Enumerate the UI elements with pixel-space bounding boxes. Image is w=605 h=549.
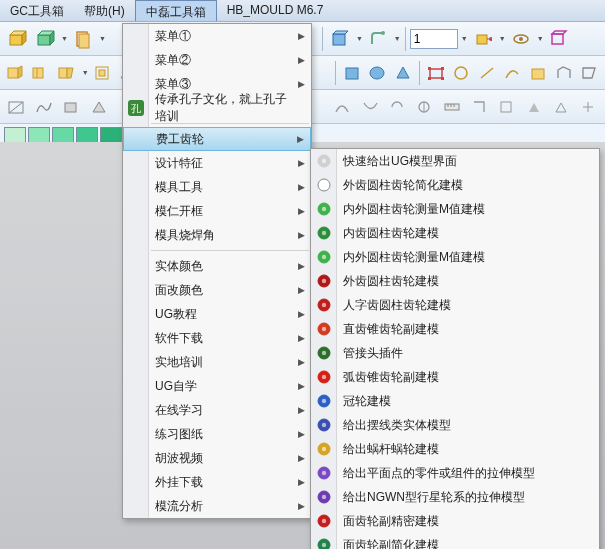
last-tool-icon[interactable] [576, 94, 601, 120]
blue-solid3-icon[interactable] [391, 60, 415, 86]
menu-item[interactable]: 费工齿轮▶ [123, 127, 311, 151]
menu-item[interactable]: 实地培训▶ [123, 350, 311, 374]
submenu-item[interactable]: 外齿圆柱齿轮简化建模 [311, 173, 599, 197]
gear-icon [315, 416, 333, 434]
outline1-icon[interactable] [552, 60, 576, 86]
menu-item[interactable]: 设计特征▶ [123, 151, 311, 175]
tri-small-icon[interactable] [521, 94, 546, 120]
blue-solid1-icon[interactable] [340, 60, 364, 86]
dropdown-arrow-icon[interactable]: ▼ [537, 35, 544, 42]
menu-item[interactable]: 外挂下载▶ [123, 470, 311, 494]
ruler-icon[interactable] [439, 94, 464, 120]
menu-item[interactable]: 孔传承孔子文化，就上孔子培训 [123, 96, 311, 120]
submenu-item[interactable]: 内齿圆柱齿轮建模 [311, 221, 599, 245]
menu-item[interactable]: 模具烧焊角▶ [123, 223, 311, 247]
menubar-item-help[interactable]: 帮助(H) [74, 0, 135, 21]
menubar-item-gc[interactable]: GC工具箱 [0, 0, 74, 21]
menu-item-label: 模具烧焊角 [155, 227, 215, 244]
submenu-item[interactable]: 面齿轮副精密建模 [311, 509, 599, 533]
gray2-icon[interactable] [494, 94, 519, 120]
submenu-arrow-icon: ▶ [298, 261, 305, 271]
prism1-icon[interactable] [4, 60, 28, 86]
dropdown-arrow-icon[interactable]: ▼ [356, 35, 363, 42]
dropdown-arrow-icon[interactable]: ▼ [499, 35, 506, 42]
submenu-item[interactable]: 给出NGWN型行星轮系的拉伸模型 [311, 485, 599, 509]
sketch4-icon[interactable] [86, 94, 111, 120]
submenu-item[interactable]: 给出蜗杆蜗轮建模 [311, 437, 599, 461]
extrude-icon[interactable] [70, 26, 96, 52]
submenu-item[interactable]: 直齿锥齿轮副建模 [311, 317, 599, 341]
magenta-box-icon[interactable] [546, 26, 572, 52]
svg-rect-31 [428, 67, 431, 70]
menu-item[interactable]: 实体颜色▶ [123, 254, 311, 278]
menu-item[interactable]: 胡波视频▶ [123, 446, 311, 470]
number-input[interactable] [410, 29, 458, 49]
submenu-item[interactable]: 人字齿圆柱齿轮建模 [311, 293, 599, 317]
submenu-item[interactable]: 内外圆柱齿轮测量M值建模 [311, 197, 599, 221]
curve-icon[interactable] [501, 60, 525, 86]
rotate-handle-icon[interactable] [365, 26, 391, 52]
cube-yellow-icon[interactable] [4, 26, 30, 52]
submenu-item[interactable]: 给出平面点的零件或组件的拉伸模型 [311, 461, 599, 485]
svg-marker-29 [397, 67, 409, 78]
arc2-icon[interactable] [357, 94, 382, 120]
menu-item[interactable]: 在线学习▶ [123, 398, 311, 422]
sketch3-icon[interactable] [59, 94, 84, 120]
gold-box-icon[interactable] [526, 60, 550, 86]
line-icon[interactable] [475, 60, 499, 86]
box-tool-icon[interactable] [327, 26, 353, 52]
dropdown-arrow-icon[interactable]: ▼ [99, 35, 106, 42]
outline2-icon[interactable] [577, 60, 601, 86]
submenu-arrow-icon: ▶ [298, 158, 305, 168]
menu-item[interactable]: 模流分析▶ [123, 494, 311, 518]
submenu-item[interactable]: 弧齿锥齿轮副建模 [311, 365, 599, 389]
submenu-item[interactable]: 内外圆柱齿轮测量M值建模 [311, 245, 599, 269]
cube-green-icon[interactable] [32, 26, 58, 52]
gray1-icon[interactable] [466, 94, 491, 120]
menubar-item-hbmould[interactable]: HB_MOULD M6.7 [217, 0, 334, 21]
dropdown-arrow-icon[interactable]: ▼ [394, 35, 401, 42]
submenu-item[interactable]: 外齿圆柱齿轮建模 [311, 269, 599, 293]
submenu-item[interactable]: 管接头插件 [311, 341, 599, 365]
submenu-item[interactable]: 面齿轮副简化建模 [311, 533, 599, 549]
menu-item[interactable]: 模具工具▶ [123, 175, 311, 199]
rect-handle-icon[interactable] [424, 60, 448, 86]
sketch2-icon[interactable] [31, 94, 56, 120]
submenu-item[interactable]: 快速给出UG模型界面 [311, 149, 599, 173]
submenu-item[interactable]: 冠轮建模 [311, 389, 599, 413]
gear-icon [315, 296, 333, 314]
submenu-item-label: 冠轮建模 [343, 393, 391, 410]
menu-item[interactable]: 菜单②▶ [123, 48, 311, 72]
eye-icon[interactable] [508, 26, 534, 52]
menu-item[interactable]: 练习图纸▶ [123, 422, 311, 446]
menu-item[interactable]: 模仁开框▶ [123, 199, 311, 223]
svg-rect-32 [441, 67, 444, 70]
menu-item[interactable]: UG自学▶ [123, 374, 311, 398]
circle-icon[interactable] [449, 60, 473, 86]
prism4-icon[interactable] [91, 60, 115, 86]
arc3-icon[interactable] [384, 94, 409, 120]
sketch1-icon[interactable] [4, 94, 29, 120]
dropdown-arrow-icon[interactable]: ▼ [461, 35, 468, 42]
menu-item[interactable]: 面改颜色▶ [123, 278, 311, 302]
menu-item[interactable]: 菜单①▶ [123, 24, 311, 48]
svg-point-80 [322, 423, 326, 427]
svg-marker-9 [333, 31, 348, 34]
blue-solid2-icon[interactable] [366, 60, 390, 86]
submenu-item[interactable]: 给出摆线类实体模型 [311, 413, 599, 437]
prism3-icon[interactable] [55, 60, 79, 86]
dropdown-arrow-icon[interactable]: ▼ [82, 69, 89, 76]
tri-outline-icon[interactable] [548, 94, 573, 120]
svg-rect-40 [65, 103, 76, 112]
prism2-icon[interactable] [30, 60, 54, 86]
menubar-item-zhonglei[interactable]: 中磊工具箱 [135, 0, 217, 21]
svg-point-64 [322, 231, 326, 235]
cube-handle-icon[interactable] [470, 26, 496, 52]
menu-item[interactable]: UG教程▶ [123, 302, 311, 326]
dropdown-arrow-icon[interactable]: ▼ [61, 35, 68, 42]
submenu-item-label: 快速给出UG模型界面 [343, 153, 457, 170]
arc1-icon[interactable] [330, 94, 355, 120]
svg-rect-34 [441, 77, 444, 80]
arc4-icon[interactable] [412, 94, 437, 120]
menu-item[interactable]: 软件下载▶ [123, 326, 311, 350]
